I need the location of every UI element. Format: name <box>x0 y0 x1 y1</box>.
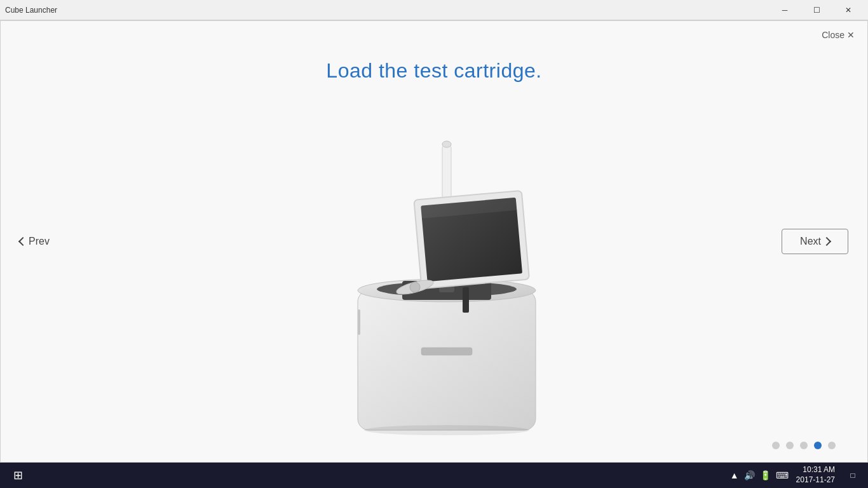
app-title: Cube Launcher <box>5 6 57 15</box>
network-icon[interactable]: ▲ <box>730 470 739 480</box>
chevron-right-icon <box>822 237 831 246</box>
svg-point-1 <box>364 425 529 435</box>
pagination-dots <box>772 442 836 449</box>
dot-4[interactable] <box>814 442 822 449</box>
svg-rect-5 <box>421 348 472 355</box>
main-window: Close ✕ Load the test cartridge. Prev Ne… <box>0 20 868 463</box>
dot-2[interactable] <box>786 442 794 449</box>
minimize-button[interactable]: ─ <box>770 1 799 20</box>
close-button[interactable]: Close ✕ <box>822 30 855 40</box>
close-icon: ✕ <box>847 30 855 40</box>
dot-5[interactable] <box>828 442 836 449</box>
start-icon: ⊞ <box>13 468 23 482</box>
svg-rect-12 <box>463 287 469 313</box>
illustration-area <box>1 83 867 447</box>
chevron-left-icon <box>18 237 27 246</box>
clock[interactable]: 10:31 AM 2017-11-27 <box>796 465 835 485</box>
time-display: 10:31 AM <box>796 465 835 475</box>
device-illustration <box>275 106 593 437</box>
window-controls: ─ ☐ ✕ <box>770 1 863 20</box>
notification-button[interactable]: □ <box>843 465 863 485</box>
prev-label: Prev <box>29 236 50 247</box>
dot-1[interactable] <box>772 442 780 449</box>
taskbar: ⊞ ▲ 🔊 🔋 ⌨ 10:31 AM 2017-11-27 □ <box>0 463 868 488</box>
next-label: Next <box>800 236 821 247</box>
window-close-button[interactable]: ✕ <box>834 1 863 20</box>
keyboard-icon[interactable]: ⌨ <box>776 470 789 480</box>
svg-point-14 <box>410 282 420 292</box>
notification-icon: □ <box>850 471 855 480</box>
battery-icon[interactable]: 🔋 <box>760 470 771 480</box>
taskbar-left: ⊞ <box>5 463 31 488</box>
svg-point-7 <box>442 141 451 147</box>
system-tray: ▲ 🔊 🔋 ⌨ <box>730 470 789 480</box>
taskbar-right: ▲ 🔊 🔋 ⌨ 10:31 AM 2017-11-27 □ <box>730 465 863 485</box>
prev-button[interactable]: Prev <box>20 236 50 247</box>
page-title: Load the test cartridge. <box>1 21 867 83</box>
dot-3[interactable] <box>800 442 808 449</box>
svg-rect-0 <box>358 290 536 430</box>
volume-icon[interactable]: 🔊 <box>744 470 755 480</box>
start-button[interactable]: ⊞ <box>5 463 31 488</box>
close-label: Close <box>822 30 844 40</box>
maximize-button[interactable]: ☐ <box>802 1 831 20</box>
title-bar: Cube Launcher ─ ☐ ✕ <box>0 0 868 20</box>
next-button[interactable]: Next <box>782 229 848 254</box>
svg-rect-15 <box>358 309 360 335</box>
date-display: 2017-11-27 <box>796 475 835 485</box>
